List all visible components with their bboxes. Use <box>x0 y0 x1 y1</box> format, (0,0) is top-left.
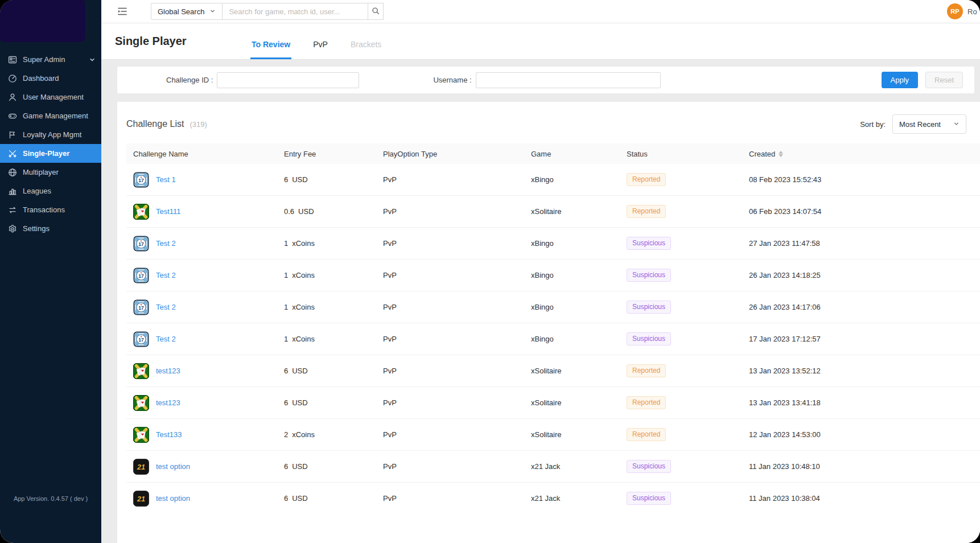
challenge-name-link[interactable]: test option <box>156 494 190 503</box>
search-icon <box>372 7 380 17</box>
svg-text:21: 21 <box>137 495 145 503</box>
tab-pvp[interactable]: PvP <box>312 40 329 59</box>
user-icon <box>8 93 17 102</box>
tab-to-review[interactable]: To Review <box>250 40 291 59</box>
game-cell: xBingo <box>531 239 627 248</box>
search-button[interactable] <box>368 3 384 20</box>
tab-brackets[interactable]: Brackets <box>349 40 382 59</box>
reset-button[interactable]: Reset <box>925 72 963 88</box>
leagues-icon <box>8 187 17 196</box>
status-badge: Suspicious <box>627 492 671 505</box>
challenge-name-link[interactable]: test123 <box>156 398 180 407</box>
global-search-input[interactable] <box>223 3 368 20</box>
sidebar-item-settings[interactable]: Settings <box>0 219 101 238</box>
svg-text:17: 17 <box>138 273 144 278</box>
challenge-list-card: Challenge List (319) Sort by: Most Recen… <box>117 102 980 543</box>
page-content: Challenge ID : Username : Apply Reset Ch… <box>101 60 980 543</box>
status-badge: Reported <box>627 396 666 409</box>
app-version: App Version. 0.4.57 ( dev ) <box>0 495 101 543</box>
created-cell: 11 Jan 2023 10:48:10 <box>749 462 980 471</box>
main-area: Global Search RP Ro Single Player To Rev… <box>101 0 980 543</box>
xbingo-game-icon: 17 <box>133 331 149 347</box>
challenge-name-link[interactable]: Test133 <box>156 430 182 439</box>
game-cell: xSolitaire <box>531 207 627 216</box>
avatar[interactable]: RP <box>947 3 963 19</box>
table-row[interactable]: 21 test option 6USD PvP x21 Jack Suspici… <box>126 483 980 510</box>
playoption-cell: PvP <box>383 367 531 375</box>
sidebar: Super Admin Dashboard User Management Ga… <box>0 0 101 543</box>
table-row[interactable]: 17 Test 2 1xCoins PvP xBingo Suspicious … <box>126 291 980 323</box>
playoption-cell: PvP <box>383 271 531 279</box>
entry-fee-cell: 1xCoins <box>284 303 383 311</box>
username-input[interactable] <box>476 72 661 88</box>
game-cell: xSolitaire <box>531 398 627 407</box>
challenge-name-link[interactable]: test123 <box>156 367 180 375</box>
playoption-cell: PvP <box>383 303 531 311</box>
sidebar-item-multiplayer[interactable]: Multiplayer <box>0 163 101 182</box>
table-row[interactable]: 17 Test 2 1xCoins PvP xBingo Suspicious … <box>126 228 980 260</box>
status-badge: Suspicious <box>627 301 671 314</box>
game-cell: xBingo <box>531 271 627 279</box>
sidebar-item-leagues[interactable]: Leagues <box>0 182 101 200</box>
table-row[interactable]: 21 test option 6USD PvP x21 Jack Suspici… <box>126 451 980 483</box>
sidebar-item-user-management[interactable]: User Management <box>0 88 101 106</box>
entry-fee-cell: 6USD <box>284 367 383 375</box>
transactions-icon <box>8 205 17 215</box>
created-cell: 13 Jan 2023 13:41:18 <box>749 398 980 407</box>
gamepad-icon <box>8 112 17 121</box>
created-cell: 08 Feb 2023 15:52:43 <box>749 175 980 184</box>
sidebar-item-transactions[interactable]: Transactions <box>0 200 101 219</box>
game-cell: xBingo <box>531 335 627 343</box>
playoption-cell: PvP <box>383 398 531 407</box>
filter-actions: Apply Reset <box>882 72 975 88</box>
sort-select[interactable]: Most Recent <box>892 114 966 134</box>
table-row[interactable]: Test111 0.6USD PvP xSolitaire Reported 0… <box>126 196 980 228</box>
challenge-name-link[interactable]: Test 2 <box>156 335 176 343</box>
table-row[interactable]: 17 Test 2 1xCoins PvP xBingo Suspicious … <box>126 260 980 291</box>
svg-text:21: 21 <box>137 463 145 471</box>
search-scope-select[interactable]: Global Search <box>151 3 223 20</box>
entry-fee-cell: 6USD <box>284 494 383 503</box>
challenge-name-link[interactable]: Test 2 <box>156 303 176 311</box>
sidebar-item-loyalty-app-mgmt[interactable]: Loyalty App Mgmt <box>0 125 101 144</box>
challenge-name-link[interactable]: Test 2 <box>156 239 176 248</box>
game-cell: xBingo <box>531 303 627 311</box>
apply-button[interactable]: Apply <box>882 72 919 88</box>
challenge-id-input[interactable] <box>217 72 359 88</box>
challenge-list-count: (319) <box>190 120 207 129</box>
table-row[interactable]: Test133 2xCoins PvP xSolitaire Reported … <box>126 419 980 451</box>
svg-text:17: 17 <box>138 241 144 246</box>
column-header-created[interactable]: Created <box>749 150 980 158</box>
challenge-name-link[interactable]: Test111 <box>156 207 181 216</box>
id-badge-icon <box>8 55 17 64</box>
playoption-cell: PvP <box>383 175 531 184</box>
table-row[interactable]: 17 Test 2 1xCoins PvP xBingo Suspicious … <box>126 323 980 355</box>
status-badge: Reported <box>627 205 666 218</box>
svg-text:17: 17 <box>138 305 144 310</box>
svg-text:17: 17 <box>138 336 144 342</box>
created-cell: 06 Feb 2023 14:07:54 <box>749 207 980 216</box>
playoption-cell: PvP <box>383 462 531 471</box>
sidebar-item-single-player[interactable]: Single-Player <box>0 144 101 163</box>
entry-fee-cell: 1xCoins <box>284 335 383 343</box>
svg-text:17: 17 <box>138 177 144 183</box>
tab-bar: To ReviewPvPBrackets <box>250 40 382 59</box>
sidebar-item-super-admin[interactable]: Super Admin <box>0 50 101 69</box>
status-badge: Suspicious <box>627 332 671 345</box>
playoption-cell: PvP <box>383 494 531 503</box>
challenge-name-link[interactable]: test option <box>156 462 190 471</box>
table-row[interactable]: 17 Test 1 6USD PvP xBingo Reported 08 Fe… <box>126 164 980 196</box>
entry-fee-cell: 6USD <box>284 398 383 407</box>
sidebar-item-game-management[interactable]: Game Management <box>0 106 101 125</box>
challenge-name-link[interactable]: Test 2 <box>156 271 176 279</box>
playoption-cell: PvP <box>383 207 531 216</box>
sidebar-nav: Super Admin Dashboard User Management Ga… <box>0 50 101 238</box>
table-row[interactable]: test123 6USD PvP xSolitaire Reported 13 … <box>126 387 980 419</box>
app-logo <box>0 0 85 42</box>
table-row[interactable]: test123 6USD PvP xSolitaire Reported 13 … <box>126 355 980 387</box>
created-cell: 13 Jan 2023 13:52:12 <box>749 367 980 375</box>
challenge-name-link[interactable]: Test 1 <box>156 175 176 184</box>
game-cell: xSolitaire <box>531 430 627 439</box>
menu-fold-icon[interactable] <box>117 6 128 17</box>
sidebar-item-dashboard[interactable]: Dashboard <box>0 69 101 88</box>
